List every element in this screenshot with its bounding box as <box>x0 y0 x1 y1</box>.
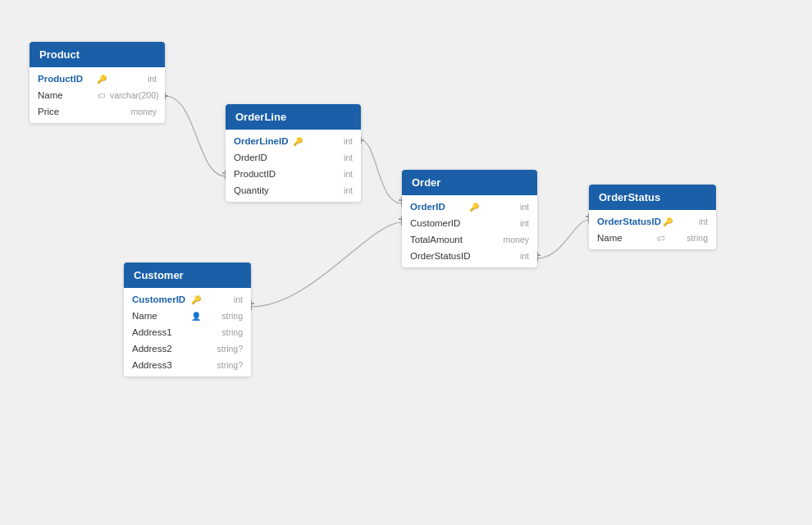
field-name: CustomerID <box>132 294 189 304</box>
table-row: OrderLineID 🔑 int <box>226 133 361 149</box>
field-type: string <box>669 233 708 243</box>
field-name: OrderID <box>410 202 468 212</box>
field-name: ProductID <box>234 169 291 179</box>
table-row: Price money <box>30 103 165 120</box>
key-icon: 🔑 <box>468 203 481 212</box>
field-type: int <box>482 218 529 228</box>
table-row: Address1 string <box>124 324 251 340</box>
tag-icon: 🏷 <box>95 91 108 100</box>
order-table-header: Order <box>402 170 537 195</box>
field-name: OrderStatusID <box>410 251 471 261</box>
key-icon: 🔑 <box>95 75 108 84</box>
field-name: Price <box>38 107 95 116</box>
field-name: Address3 <box>132 360 189 370</box>
field-name: OrderID <box>234 153 291 162</box>
customer-table[interactable]: Customer CustomerID 🔑 int Name 👤 string … <box>124 262 251 377</box>
tag-icon: 🏷 <box>655 234 668 243</box>
customer-table-body: CustomerID 🔑 int Name 👤 string Address1 … <box>124 288 251 377</box>
key-icon: 🔑 <box>661 217 674 226</box>
table-row: TotalAmount money <box>402 231 537 248</box>
field-type: varchar(200) <box>110 90 159 100</box>
field-type: money <box>110 107 157 116</box>
field-name: OrderLineID <box>234 136 291 146</box>
field-name: OrderStatusID <box>597 217 661 226</box>
order-table[interactable]: Order OrderID 🔑 int CustomerID int Total… <box>402 170 537 267</box>
field-name: Quantity <box>234 185 291 195</box>
table-row: CustomerID int <box>402 215 537 231</box>
field-name: Address1 <box>132 327 189 337</box>
field-type: string? <box>204 344 243 354</box>
table-row: Name 🏷 string <box>589 230 716 246</box>
table-row: Address3 string? <box>124 357 251 373</box>
table-row: Address2 string? <box>124 340 251 357</box>
orderline-table-header: OrderLine <box>226 104 361 130</box>
product-table[interactable]: Product ProductID 🔑 int Name 🏷 varchar(2… <box>30 42 165 123</box>
field-type: money <box>482 235 529 244</box>
orderline-table-body: OrderLineID 🔑 int OrderID int ProductID … <box>226 130 361 202</box>
field-name: Name <box>597 233 655 243</box>
person-icon: 👤 <box>189 312 203 321</box>
field-type: int <box>486 251 530 261</box>
field-type: int <box>306 185 353 195</box>
field-name: Address2 <box>132 344 189 354</box>
orderstatus-table-body: OrderStatusID 🔑 int Name 🏷 string <box>589 210 716 249</box>
table-row: ProductID 🔑 int <box>30 71 165 87</box>
orderstatus-table-header: OrderStatus <box>589 185 716 210</box>
key-icon: 🔑 <box>291 137 304 146</box>
order-table-body: OrderID 🔑 int CustomerID int TotalAmount… <box>402 195 537 267</box>
customer-table-header: Customer <box>124 262 251 288</box>
table-row: OrderID int <box>226 149 361 166</box>
table-row: Quantity int <box>226 182 361 199</box>
field-type: int <box>110 74 157 84</box>
field-type: string <box>204 311 243 321</box>
field-name: Name <box>38 90 95 100</box>
orderline-table[interactable]: OrderLine OrderLineID 🔑 int OrderID int … <box>226 104 361 202</box>
table-row: ProductID int <box>226 166 361 182</box>
table-row: CustomerID 🔑 int <box>124 291 251 308</box>
field-name: TotalAmount <box>410 235 468 244</box>
field-type: string? <box>204 360 243 370</box>
product-table-body: ProductID 🔑 int Name 🏷 varchar(200) Pric… <box>30 67 165 123</box>
field-type: string <box>204 327 243 337</box>
table-row: OrderStatusID 🔑 int <box>589 213 716 230</box>
key-icon: 🔑 <box>189 295 203 304</box>
field-name: Name <box>132 311 189 321</box>
table-row: OrderStatusID int <box>402 248 537 264</box>
table-row: OrderID 🔑 int <box>402 199 537 215</box>
field-name: ProductID <box>38 74 95 84</box>
orderstatus-table[interactable]: OrderStatus OrderStatusID 🔑 int Name 🏷 s… <box>589 185 716 249</box>
table-row: Name 👤 string <box>124 308 251 324</box>
table-row: Name 🏷 varchar(200) <box>30 87 165 103</box>
field-type: int <box>204 294 243 304</box>
field-type: int <box>306 136 353 146</box>
field-type: int <box>482 202 529 212</box>
field-type: int <box>306 153 353 162</box>
field-type: int <box>676 217 708 226</box>
diagram-canvas: Product ProductID 🔑 int Name 🏷 varchar(2… <box>0 0 812 525</box>
product-table-header: Product <box>30 42 165 67</box>
field-name: CustomerID <box>410 218 468 228</box>
field-type: int <box>306 169 353 179</box>
